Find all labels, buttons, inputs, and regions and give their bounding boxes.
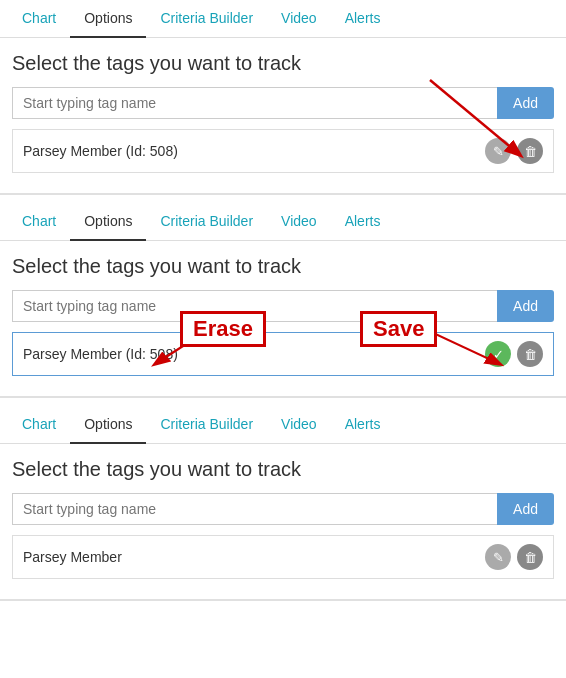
delete-button-2[interactable]: 🗑: [517, 341, 543, 367]
section-title-2: Select the tags you want to track: [12, 255, 554, 278]
tab-alerts-3[interactable]: Alerts: [331, 406, 395, 444]
add-button-3[interactable]: Add: [497, 493, 554, 525]
panel-content-3: Select the tags you want to track Add Pa…: [0, 444, 566, 587]
tab-video-1[interactable]: Video: [267, 0, 331, 38]
tag-label-1: Parsey Member (Id: 508): [23, 143, 485, 159]
edit-button-3[interactable]: ✎: [485, 544, 511, 570]
tab-options-3[interactable]: Options: [70, 406, 146, 444]
tab-nav-3: Chart Options Criteria Builder Video Ale…: [0, 406, 566, 444]
tab-options-2[interactable]: Options: [70, 203, 146, 241]
tab-video-3[interactable]: Video: [267, 406, 331, 444]
panel-3: Chart Options Criteria Builder Video Ale…: [0, 406, 566, 601]
tab-options-1[interactable]: Options: [70, 0, 146, 38]
save-annotation: Save: [360, 311, 437, 347]
tab-criteria-1[interactable]: Criteria Builder: [146, 0, 267, 38]
tag-row-1: Parsey Member (Id: 508) ✎ 🗑: [12, 129, 554, 173]
save-button-2[interactable]: ✓: [485, 341, 511, 367]
tag-row-3: Parsey Member ✎ 🗑: [12, 535, 554, 579]
add-button-2[interactable]: Add: [497, 290, 554, 322]
section-title-1: Select the tags you want to track: [12, 52, 554, 75]
tag-actions-2: ✓ 🗑: [485, 341, 543, 367]
panel-2: Chart Options Criteria Builder Video Ale…: [0, 203, 566, 398]
tag-actions-1: ✎ 🗑: [485, 138, 543, 164]
add-button-1[interactable]: Add: [497, 87, 554, 119]
tab-alerts-2[interactable]: Alerts: [331, 203, 395, 241]
tab-criteria-2[interactable]: Criteria Builder: [146, 203, 267, 241]
tag-input-3[interactable]: [12, 493, 497, 525]
tab-criteria-3[interactable]: Criteria Builder: [146, 406, 267, 444]
panel-1: Chart Options Criteria Builder Video Ale…: [0, 0, 566, 195]
tag-actions-3: ✎ 🗑: [485, 544, 543, 570]
section-title-3: Select the tags you want to track: [12, 458, 554, 481]
input-row-2: Add: [12, 290, 554, 322]
tag-row-2: Parsey Member (Id: 508) ✓ 🗑: [12, 332, 554, 376]
tab-chart-1[interactable]: Chart: [8, 0, 70, 38]
input-row-3: Add: [12, 493, 554, 525]
panel-content-1: Select the tags you want to track Add Pa…: [0, 38, 566, 181]
edit-button-1[interactable]: ✎: [485, 138, 511, 164]
erase-annotation: Erase: [180, 311, 266, 347]
tab-alerts-1[interactable]: Alerts: [331, 0, 395, 38]
tab-video-2[interactable]: Video: [267, 203, 331, 241]
input-row-1: Add: [12, 87, 554, 119]
tag-input-1[interactable]: [12, 87, 497, 119]
panel-content-2: Select the tags you want to track Add Pa…: [0, 241, 566, 384]
tag-label-2: Parsey Member (Id: 508): [23, 346, 485, 362]
delete-button-3[interactable]: 🗑: [517, 544, 543, 570]
tab-chart-2[interactable]: Chart: [8, 203, 70, 241]
delete-button-1[interactable]: 🗑: [517, 138, 543, 164]
tab-chart-3[interactable]: Chart: [8, 406, 70, 444]
tab-nav-1: Chart Options Criteria Builder Video Ale…: [0, 0, 566, 38]
tab-nav-2: Chart Options Criteria Builder Video Ale…: [0, 203, 566, 241]
tag-label-3: Parsey Member: [23, 549, 485, 565]
